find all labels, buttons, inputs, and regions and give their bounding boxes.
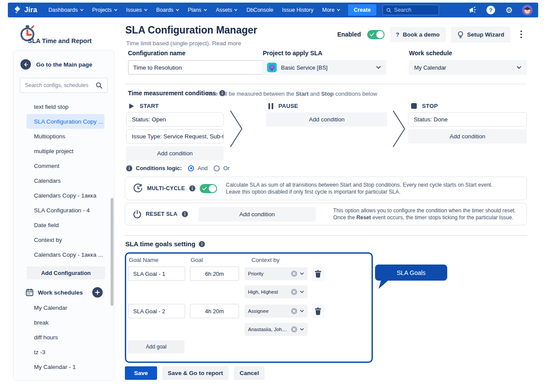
divider	[125, 84, 527, 84]
stop-condition-chip[interactable]: Status: Done	[408, 112, 527, 127]
configuration-name-input[interactable]	[128, 60, 273, 75]
nav-item-issues[interactable]: Issues	[123, 3, 151, 17]
announcements-button[interactable]	[467, 4, 478, 16]
context-value-select[interactable]: Anastasiia, John Smit...	[245, 323, 308, 336]
sidebar-config-item[interactable]: Calendars Copy - 1акка	[13, 188, 114, 203]
stop-add-condition-button[interactable]: Add condition	[408, 129, 527, 144]
sidebar-config-item[interactable]: Date field	[13, 218, 114, 232]
start-condition-chip[interactable]: Issue Type: Service Request, Sub-task, T…	[126, 129, 224, 144]
nav-item-dashboards[interactable]: Dashboards	[45, 3, 87, 17]
nav-item-boards[interactable]: Boards	[153, 3, 183, 17]
save-button[interactable]: Save	[125, 366, 157, 380]
clear-icon[interactable]	[291, 289, 297, 295]
multi-cycle-icon	[133, 184, 143, 193]
sidebar-config-item[interactable]: Calendars	[13, 173, 114, 188]
sidebar-schedule-item[interactable]: My Calendar - 1	[13, 359, 114, 374]
enabled-toggle[interactable]	[367, 30, 385, 39]
nav-search[interactable]	[382, 5, 439, 15]
work-schedule-select[interactable]: My Calendar	[409, 60, 527, 75]
add-goal-button[interactable]: Add goal	[128, 340, 184, 353]
add-configuration-button[interactable]: Add Configuration	[27, 266, 105, 279]
flow-chevron-icon	[392, 110, 406, 148]
context-by-column-label: Context by	[251, 257, 280, 263]
nav-item-plans[interactable]: Plans	[184, 3, 211, 17]
info-icon[interactable]	[126, 165, 132, 171]
pause-add-condition-button[interactable]: Add condition	[266, 112, 387, 127]
book-demo-button[interactable]: ? Book a demo	[390, 27, 446, 42]
go-to-main-page[interactable]: Go to the Main page	[13, 58, 114, 70]
sidebar-config-item[interactable]: Multioptions	[13, 129, 114, 144]
sidebar-config-item[interactable]: Context by	[13, 232, 114, 247]
lightbulb-icon	[457, 31, 464, 38]
chevron-down-icon	[337, 9, 340, 11]
clear-icon[interactable]	[291, 326, 297, 332]
sidebar-search-input[interactable]	[25, 82, 96, 88]
work-schedule-label: Work schedule	[409, 50, 452, 57]
cancel-button[interactable]: Cancel	[234, 366, 265, 380]
flow-chevron-icon	[229, 110, 243, 148]
multi-cycle-toggle[interactable]	[200, 184, 217, 193]
reset-add-condition-button[interactable]: Add condition	[198, 207, 316, 221]
sidebar-config-item[interactable]: SLA Configuration - 4	[13, 203, 114, 218]
goal-name-input[interactable]	[128, 304, 185, 318]
settings-button[interactable]: ⚙	[503, 4, 515, 16]
plus-icon	[95, 290, 100, 295]
start-add-condition-button[interactable]: Add condition	[126, 146, 224, 161]
sidebar-search[interactable]	[20, 77, 108, 93]
clear-icon[interactable]	[291, 271, 297, 277]
sidebar-config-item[interactable]: multiple project	[13, 144, 114, 158]
delete-goal-button[interactable]	[312, 266, 325, 281]
multi-cycle-description: Calculate SLA as sum of all transitions …	[226, 181, 492, 195]
nav-item-dbconsole[interactable]: DbConsole	[243, 3, 277, 17]
create-button[interactable]: Create	[348, 4, 376, 16]
jira-logo-icon	[13, 6, 22, 14]
help-icon: ?	[486, 6, 495, 14]
nav-item-more[interactable]: More	[318, 3, 343, 17]
sidebar-schedule-item[interactable]: diff hours	[13, 330, 114, 345]
calendar-icon	[26, 288, 33, 296]
save-go-report-button[interactable]: Save & Go to report	[162, 366, 228, 380]
nav-item-projects[interactable]: Projects	[89, 3, 121, 17]
sidebar-config-item-selected[interactable]: SLA Configuration Copy ...	[27, 114, 104, 129]
project-select[interactable]: Basic Service [BS]	[262, 60, 386, 75]
sidebar-schedule-item[interactable]: My Calendar	[13, 300, 114, 315]
start-condition-chip[interactable]: Status: Open	[126, 112, 224, 127]
chevron-down-icon	[176, 9, 179, 11]
sidebar-scrollbar[interactable]	[111, 198, 114, 306]
sidebar-config-item[interactable]: text field stop	[13, 99, 114, 114]
sidebar-schedule-item[interactable]: break	[13, 315, 114, 330]
info-icon[interactable]	[182, 211, 188, 217]
info-icon[interactable]	[189, 185, 195, 191]
chevron-down-icon	[114, 9, 117, 11]
sidebar-config-item[interactable]: Comment	[13, 158, 114, 173]
clear-icon[interactable]	[291, 308, 297, 314]
chevron-down-icon	[144, 9, 147, 11]
nav-search-input[interactable]	[394, 7, 435, 13]
jira-brand[interactable]: Jira	[13, 6, 37, 14]
more-options-button[interactable]	[516, 26, 527, 43]
add-schedule-button[interactable]	[92, 287, 103, 298]
goal-name-input[interactable]	[128, 266, 185, 281]
kebab-icon	[520, 30, 522, 38]
delete-goal-button[interactable]	[312, 304, 325, 318]
nav-item-issue-history[interactable]: Issue History	[278, 3, 317, 17]
setup-wizard-button[interactable]: Setup Wizard	[451, 27, 510, 43]
help-button[interactable]: ?	[485, 4, 496, 16]
goal-value-input[interactable]	[190, 304, 239, 318]
context-field-select[interactable]: Assignee	[245, 305, 308, 318]
goal-value-input[interactable]	[190, 266, 239, 281]
context-field-select[interactable]: Priority	[245, 267, 308, 280]
info-icon[interactable]	[199, 241, 205, 247]
read-more-link[interactable]: Read more	[212, 40, 241, 47]
page-title: SLA Configuration Manager	[125, 24, 257, 36]
enabled-label: Enabled	[337, 31, 361, 38]
profile-button[interactable]	[522, 4, 533, 16]
sla-goals-callout: SLA Goals	[375, 265, 447, 281]
sidebar-schedule-item[interactable]: tz -3	[13, 345, 114, 359]
nav-item-assets[interactable]: Assets	[212, 3, 241, 17]
logic-or-radio[interactable]	[214, 165, 220, 171]
context-value-select[interactable]: High, Highest	[245, 285, 308, 298]
logic-and-radio[interactable]	[188, 165, 194, 171]
goals-section-title: SLA time goals setting	[125, 240, 205, 248]
sidebar-config-item[interactable]: Calendars Copy - 1акка ...	[13, 247, 114, 262]
